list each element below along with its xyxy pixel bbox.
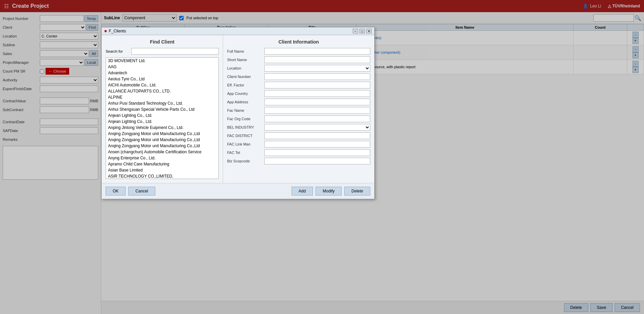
modal-titlebar-controls: − □ ✕ — [353, 29, 372, 33]
modal-titlebar-title: ■ F_Clients — [104, 29, 126, 33]
eff-factor-input[interactable] — [264, 82, 370, 88]
fac-name-input[interactable] — [264, 107, 370, 114]
modal-overlay: ■ F_Clients − □ ✕ Find Client Search for… — [0, 0, 644, 314]
fac-tel-input[interactable] — [264, 149, 370, 156]
fac-org-code-input[interactable] — [264, 115, 370, 122]
biz-scopcode-input[interactable] — [264, 158, 370, 164]
modal-delete-button[interactable]: Delete — [344, 187, 370, 195]
add-button[interactable]: Add — [292, 187, 313, 195]
modal-cancel-button[interactable]: Cancel — [128, 187, 155, 195]
client-list-item[interactable]: ASIR TECHNOLOGY CO.,LIMITED. — [106, 173, 218, 179]
short-name-row: Short Name — [227, 56, 370, 63]
bel-industry-row: BEL INDUSTRY — [227, 124, 370, 131]
app-address-input[interactable] — [264, 99, 370, 105]
fac-district-row: FAC DISTRICT — [227, 132, 370, 139]
full-name-label: Full Name — [227, 49, 264, 53]
client-list-item[interactable]: Anqing Zongyang Motor unit Manufacturing… — [106, 143, 218, 149]
modal-footer-right: Add Modify Delete — [292, 187, 370, 195]
client-list-item[interactable]: Asian Base Limited — [106, 167, 218, 173]
info-location-select[interactable] — [264, 65, 370, 72]
search-for-row: Search for — [106, 48, 219, 55]
modal-right-panel: Client Information Full Name Short Name … — [223, 35, 374, 183]
client-list-item[interactable]: Apramo Child Care Manufacturing — [106, 161, 218, 167]
maximize-button[interactable]: □ — [359, 29, 365, 33]
fac-name-row: Fac Name — [227, 107, 370, 114]
fac-tel-row: FAC Tel — [227, 149, 370, 156]
client-list-item[interactable]: AICHI Automobile Co., Ltd. — [106, 82, 218, 88]
modal-body: Find Client Search for 3D MOVEMENT Ltd.A… — [102, 35, 374, 183]
client-list-item[interactable]: 3D MOVEMENT Ltd. — [106, 58, 218, 64]
client-list-item[interactable]: Anping Jinlong Vehicle Euipment Co., Ltd… — [106, 125, 218, 131]
fac-tel-label: FAC Tel — [227, 151, 264, 155]
full-name-input[interactable] — [264, 48, 370, 55]
client-list-item[interactable]: Aeolus Tyre Co., Ltd — [106, 76, 218, 82]
find-client-title: Find Client — [106, 39, 219, 45]
fac-link-man-row: FAC Link Man — [227, 141, 370, 148]
client-list-item[interactable]: Ansen (changchun) Automobile Certificati… — [106, 149, 218, 155]
fac-name-label: Fac Name — [227, 108, 264, 112]
full-name-row: Full Name — [227, 48, 370, 55]
modal-title-text: F_Clients — [109, 29, 126, 33]
client-list-item[interactable]: Advantech — [106, 70, 218, 76]
app-address-row: App Address — [227, 99, 370, 105]
client-list-item[interactable]: Anjean Lighting Co., Ltd. — [106, 112, 218, 119]
short-name-input[interactable] — [264, 56, 370, 63]
app-country-label: App Country — [227, 91, 264, 96]
close-button[interactable]: ✕ — [366, 29, 372, 33]
modal-icon: ■ — [104, 29, 107, 33]
modify-button[interactable]: Modify — [316, 187, 342, 195]
bel-industry-select[interactable] — [264, 124, 370, 131]
eff-factor-label: Eff. Factor — [227, 83, 264, 87]
find-client-modal: ■ F_Clients − □ ✕ Find Client Search for… — [101, 27, 375, 199]
client-list-item[interactable]: Anjean Lighting Co., Ltd. — [106, 119, 218, 125]
biz-scopcode-row: Biz Scopcode — [227, 158, 370, 164]
search-for-label: Search for — [106, 49, 129, 53]
search-for-input[interactable] — [131, 48, 219, 55]
client-number-row: Client Number — [227, 73, 370, 80]
fac-district-label: FAC DISTRICT — [227, 134, 264, 138]
app-country-row: App Country — [227, 90, 370, 97]
minimize-button[interactable]: − — [353, 29, 358, 33]
fac-org-code-row: Fac Org Code — [227, 115, 370, 122]
modal-footer: OK Cancel Add Modify Delete — [102, 183, 374, 199]
client-list-item[interactable]: ALLANCE AUTOPARTS CO., LTD. — [106, 88, 218, 94]
client-list-item[interactable]: AAG — [106, 64, 218, 70]
client-info-title: Client Information — [227, 39, 370, 45]
client-list-item[interactable]: Anhui Pusi Standard Technology Co., Ltd. — [106, 100, 218, 106]
client-number-input[interactable] — [264, 73, 370, 80]
client-number-label: Client Number — [227, 75, 264, 79]
biz-scopcode-label: Biz Scopcode — [227, 159, 264, 163]
fac-link-man-input[interactable] — [264, 141, 370, 148]
info-location-label: Location — [227, 66, 264, 70]
short-name-label: Short Name — [227, 58, 264, 62]
client-list-item[interactable]: ALPINE — [106, 94, 218, 100]
eff-factor-row: Eff. Factor — [227, 82, 370, 88]
client-list-item[interactable]: Anqing Zongyang Motor unit Manufacturing… — [106, 131, 218, 137]
client-list[interactable]: 3D MOVEMENT Ltd.AAGAdvantechAeolus Tyre … — [106, 57, 219, 179]
client-list-item[interactable]: Anhui Shengxuan Special Vehicle Parts Co… — [106, 106, 218, 112]
modal-left-panel: Find Client Search for 3D MOVEMENT Ltd.A… — [102, 35, 223, 183]
fac-district-input[interactable] — [264, 132, 370, 139]
fac-link-man-label: FAC Link Man — [227, 142, 264, 146]
client-list-item[interactable]: Anqing Zongyang Motor unit Manufacturing… — [106, 137, 218, 143]
fac-org-code-label: Fac Org Code — [227, 117, 264, 121]
bel-industry-label: BEL INDUSTRY — [227, 125, 264, 129]
modal-titlebar: ■ F_Clients − □ ✕ — [102, 27, 374, 35]
client-list-item[interactable]: Anyng Enterprise Co., Ltd. — [106, 155, 218, 161]
ok-button[interactable]: OK — [106, 187, 126, 195]
modal-footer-left: OK Cancel — [106, 187, 155, 195]
app-address-label: App Address — [227, 100, 264, 104]
app-country-input[interactable] — [264, 90, 370, 97]
info-location-row: Location — [227, 65, 370, 72]
